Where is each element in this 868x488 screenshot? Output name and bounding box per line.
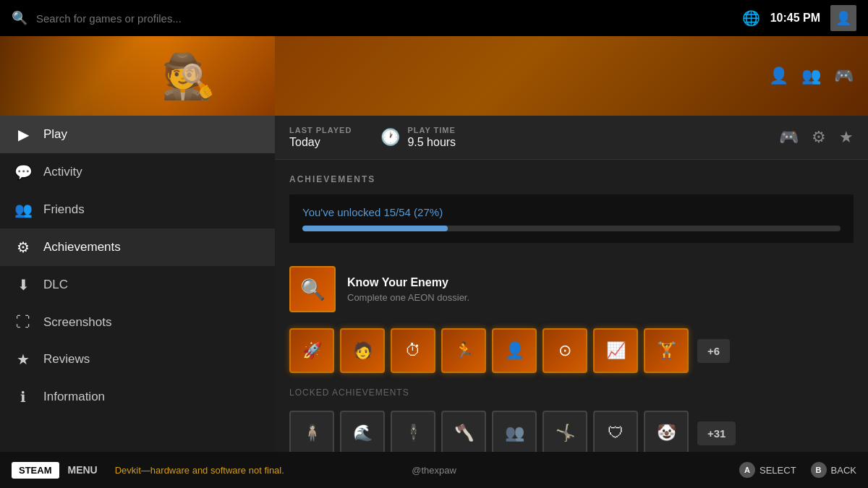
sidebar-item-play-label: Play bbox=[43, 127, 67, 142]
stats-bar: LAST PLAYED Today 🕐 PLAY TIME 9.5 hours … bbox=[275, 116, 868, 160]
sidebar-item-friends[interactable]: 👥 Friends bbox=[0, 191, 275, 228]
ach-locked-1[interactable]: 🧍 bbox=[289, 411, 334, 452]
play-time-label: PLAY TIME bbox=[407, 126, 456, 134]
controller-action-icon[interactable]: 🎮 bbox=[779, 128, 799, 147]
achievements-section-title: ACHIEVEMENTS bbox=[289, 174, 854, 184]
activity-icon: 💬 bbox=[14, 163, 32, 181]
featured-achievement: 🔍 Know Your Enemy Complete one AEON doss… bbox=[289, 257, 854, 321]
ach-unlocked-8[interactable]: 🏋 bbox=[644, 328, 689, 373]
sidebar-item-screenshots-label: Screenshots bbox=[43, 315, 112, 330]
dlc-icon: ⬇ bbox=[14, 276, 32, 294]
game-banner-figure: 🕵 bbox=[116, 36, 260, 116]
unlocked-achievement-grid: 🚀 🧑 ⏱ 🏃 👤 ⊙ 📈 🏋 +6 bbox=[289, 321, 854, 380]
search-input[interactable] bbox=[36, 12, 733, 25]
ach-unlocked-2[interactable]: 🧑 bbox=[340, 328, 385, 373]
controller-icon[interactable]: 🎮 bbox=[834, 67, 854, 85]
sidebar-game-banner: 🕵 bbox=[0, 36, 275, 116]
achievements-section: ACHIEVEMENTS You've unlocked 15/54 (27%)… bbox=[275, 160, 868, 452]
sidebar-item-achievements-label: Achievements bbox=[43, 240, 121, 254]
featured-achievement-name: Know Your Enemy bbox=[347, 276, 469, 289]
back-hint: B BACK bbox=[811, 462, 856, 478]
friend-profile-icon[interactable]: 👤 bbox=[769, 67, 788, 85]
featured-achievement-desc: Complete one AEON dossier. bbox=[347, 292, 469, 303]
ach-locked-6[interactable]: 🤸 bbox=[542, 411, 587, 452]
select-hint: A SELECT bbox=[739, 462, 796, 478]
achievements-icon: ⚙ bbox=[14, 239, 32, 256]
ach-unlocked-5[interactable]: 👤 bbox=[492, 328, 537, 373]
ach-unlocked-6[interactable]: ⊙ bbox=[542, 328, 587, 373]
play-time-clock-icon: 🕐 bbox=[380, 128, 400, 147]
top-bar-right: 🌐 10:45 PM 👤 bbox=[742, 5, 856, 31]
ach-unlocked-3[interactable]: ⏱ bbox=[391, 328, 435, 373]
clock-display: 10:45 PM bbox=[770, 12, 820, 25]
select-hint-label: SELECT bbox=[760, 465, 796, 476]
play-time-stat: 🕐 PLAY TIME 9.5 hours bbox=[380, 126, 456, 149]
content-area: 👤 👥 🎮 LAST PLAYED Today 🕐 PLAY TIME 9.5 … bbox=[275, 36, 868, 452]
stats-actions: 🎮 ⚙ ★ bbox=[779, 128, 854, 147]
progress-bar-bg bbox=[302, 226, 841, 231]
sidebar-item-achievements[interactable]: ⚙ Achievements bbox=[0, 228, 275, 266]
ach-locked-8[interactable]: 🤡 bbox=[644, 411, 689, 452]
sidebar-item-dlc-label: DLC bbox=[43, 278, 68, 292]
reviews-icon: ★ bbox=[14, 351, 32, 368]
ach-unlocked-7[interactable]: 📈 bbox=[593, 328, 638, 373]
ach-unlocked-1[interactable]: 🚀 bbox=[289, 328, 334, 373]
more-unlocked-badge[interactable]: +6 bbox=[697, 339, 730, 363]
play-time-item: PLAY TIME 9.5 hours bbox=[407, 126, 456, 149]
last-played-stat: LAST PLAYED Today bbox=[289, 126, 352, 149]
ach-unlocked-4[interactable]: 🏃 bbox=[441, 328, 486, 373]
sidebar-item-dlc[interactable]: ⬇ DLC bbox=[0, 266, 275, 304]
sidebar-item-information-label: Information bbox=[43, 390, 105, 404]
ach-locked-3[interactable]: 🕴 bbox=[391, 411, 435, 452]
menu-label[interactable]: MENU bbox=[68, 464, 98, 476]
sidebar-item-play[interactable]: ▶ Play bbox=[0, 116, 275, 153]
main-layout: 🕵 ▶ Play 💬 Activity 👥 Friends ⚙ Achievem… bbox=[0, 36, 868, 452]
locked-achievement-grid: 🧍 🌊 🕴 🪓 👥 🤸 🛡 🤡 +31 bbox=[289, 403, 854, 452]
progress-percent: (27%) bbox=[414, 206, 443, 218]
sidebar-item-activity-label: Activity bbox=[43, 165, 82, 179]
ach-locked-5[interactable]: 👥 bbox=[492, 411, 537, 452]
featured-achievement-icon: 🔍 bbox=[289, 266, 336, 312]
sidebar-item-activity[interactable]: 💬 Activity bbox=[0, 153, 275, 191]
play-icon: ▶ bbox=[14, 126, 32, 143]
ach-locked-4[interactable]: 🪓 bbox=[441, 411, 486, 452]
sidebar: 🕵 ▶ Play 💬 Activity 👥 Friends ⚙ Achievem… bbox=[0, 36, 275, 452]
progress-bar-fill bbox=[302, 226, 448, 231]
ach-locked-7[interactable]: 🛡 bbox=[593, 411, 638, 452]
more-locked-badge[interactable]: +31 bbox=[697, 421, 736, 445]
settings-action-icon[interactable]: ⚙ bbox=[812, 128, 826, 147]
progress-unlocked: You've unlocked 15/54 bbox=[302, 206, 411, 218]
play-time-value: 9.5 hours bbox=[407, 136, 456, 149]
featured-achievement-info: Know Your Enemy Complete one AEON dossie… bbox=[347, 276, 469, 303]
locked-achievements-label: Locked Achievements bbox=[289, 388, 854, 398]
sidebar-item-friends-label: Friends bbox=[43, 202, 85, 217]
screenshots-icon: ⛶ bbox=[14, 314, 32, 330]
sidebar-item-screenshots[interactable]: ⛶ Screenshots bbox=[0, 304, 275, 341]
sidebar-item-information[interactable]: ℹ Information bbox=[0, 378, 275, 416]
select-button-circle: A bbox=[739, 462, 755, 478]
progress-text: You've unlocked 15/54 (27%) bbox=[302, 206, 841, 218]
sidebar-item-reviews[interactable]: ★ Reviews bbox=[0, 341, 275, 378]
sidebar-item-reviews-label: Reviews bbox=[43, 352, 90, 367]
last-played-value: Today bbox=[289, 136, 352, 149]
ach-locked-2[interactable]: 🌊 bbox=[340, 411, 385, 452]
globe-icon[interactable]: 🌐 bbox=[742, 9, 760, 27]
bottom-bar: STEAM MENU Devkit—hardware and software … bbox=[0, 452, 868, 488]
information-icon: ℹ bbox=[14, 388, 32, 406]
last-played-label: LAST PLAYED bbox=[289, 126, 352, 134]
back-hint-label: BACK bbox=[831, 465, 856, 476]
avatar[interactable]: 👤 bbox=[830, 5, 856, 31]
favorite-action-icon[interactable]: ★ bbox=[839, 128, 854, 147]
top-bar: 🔍 🌐 10:45 PM 👤 bbox=[0, 0, 868, 36]
friends-icon: 👥 bbox=[14, 201, 32, 218]
search-icon: 🔍 bbox=[12, 10, 27, 26]
game-header-banner: 👤 👥 🎮 bbox=[275, 36, 868, 116]
achievements-progress-container: You've unlocked 15/54 (27%) bbox=[289, 194, 854, 243]
bottom-bar-right: A SELECT B BACK bbox=[739, 462, 856, 478]
username-display: @thexpaw bbox=[412, 465, 456, 476]
group-icon[interactable]: 👥 bbox=[801, 67, 821, 85]
back-button-circle: B bbox=[811, 462, 827, 478]
steam-badge[interactable]: STEAM bbox=[12, 462, 59, 479]
